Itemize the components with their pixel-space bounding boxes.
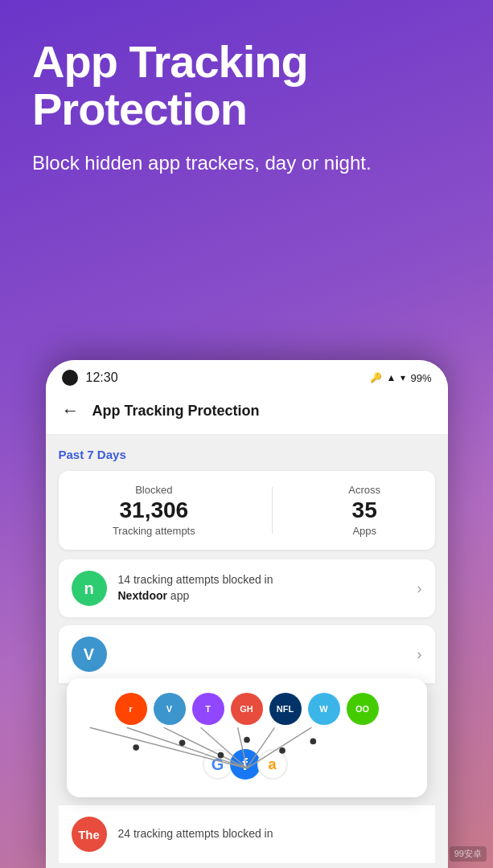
- period-label: Past 7 Days: [59, 448, 435, 461]
- watermark: 99安卓: [450, 846, 487, 862]
- across-number: 35: [348, 499, 380, 522]
- wifi-icon: ▾: [401, 372, 405, 383]
- blocked-number: 31,306: [113, 499, 195, 522]
- the-app-icon: The: [72, 817, 107, 852]
- across-label-bottom: Apps: [348, 525, 380, 537]
- key-icon: 🔑: [370, 372, 382, 383]
- nfl-icon: NFL: [269, 693, 302, 725]
- status-time: 12:30: [86, 371, 118, 385]
- camera-dot: [62, 370, 78, 386]
- venmo-tracking-item[interactable]: V ›: [59, 625, 435, 683]
- back-button[interactable]: ←: [62, 400, 80, 421]
- facebook-icon: f: [230, 749, 261, 780]
- stats-card: Blocked 31,306 Tracking attempts Across …: [59, 471, 435, 550]
- nextdoor-tracking-text: 14 tracking attempts blocked inNextdoor …: [118, 572, 273, 604]
- status-left: 12:30: [62, 370, 118, 386]
- blocked-label-bottom: Tracking attempts: [113, 525, 195, 537]
- signal-icon: ▲: [387, 372, 396, 383]
- status-bar: 12:30 🔑 ▲ ▾ 99%: [46, 360, 448, 392]
- stat-divider: [272, 487, 273, 534]
- icons-overlay-wrapper: V › r V T GH NFL W OO: [59, 625, 435, 797]
- svg-point-12: [310, 739, 316, 745]
- partial-tracking-item[interactable]: The 24 tracking attempts blocked in: [59, 805, 435, 863]
- amazon-icon: a: [257, 749, 288, 780]
- svg-point-8: [179, 740, 185, 747]
- svg-point-10: [244, 737, 250, 743]
- partial-tracking-text: 24 tracking attempts blocked in: [118, 826, 273, 842]
- main-title: App Tracking Protection: [32, 39, 461, 133]
- battery-indicator: 99%: [410, 372, 431, 384]
- chevron-right-icon: ›: [417, 580, 422, 597]
- app-header-title: App Tracking Protection: [92, 403, 260, 420]
- across-stat: Across 35 Apps: [348, 484, 380, 537]
- reddit-icon: r: [115, 693, 147, 725]
- venmo-tracking-text: [118, 646, 121, 662]
- blocked-stat: Blocked 31,306 Tracking attempts: [113, 484, 195, 537]
- bottom-brand-icons: G f a: [80, 749, 414, 780]
- venmo-icon: V: [72, 637, 107, 672]
- phone-mockup: 12:30 🔑 ▲ ▾ 99% ← App Tracking Protectio…: [46, 360, 448, 868]
- app-header: ← App Tracking Protection: [46, 392, 448, 435]
- other-icon: OO: [347, 693, 379, 725]
- top-section: App Tracking Protection Block hidden app…: [0, 0, 493, 219]
- status-right: 🔑 ▲ ▾ 99%: [370, 372, 432, 384]
- google-icon: G: [203, 749, 233, 780]
- nextdoor-icon: n: [72, 571, 107, 606]
- nextdoor-tracking-item[interactable]: n 14 tracking attempts blocked inNextdoo…: [59, 559, 435, 617]
- chevron-right-icon-2: ›: [417, 646, 422, 663]
- blocked-label-top: Blocked: [113, 484, 195, 496]
- wish-icon: W: [308, 693, 340, 725]
- goodrx-icon: GH: [231, 693, 263, 725]
- content-area: Past 7 Days Blocked 31,306 Tracking atte…: [46, 435, 448, 868]
- twitch-icon: T: [192, 693, 224, 725]
- across-label-top: Across: [348, 484, 380, 496]
- app-icons-row: r V T GH NFL W OO: [80, 693, 414, 725]
- venmo-small-icon: V: [154, 693, 186, 725]
- icons-overlay-card: r V T GH NFL W OO: [67, 678, 427, 797]
- subtitle: Block hidden app trackers, day or night.: [32, 149, 461, 177]
